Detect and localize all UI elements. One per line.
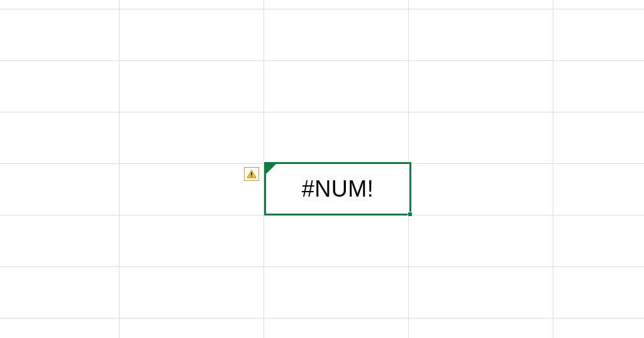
svg-rect-2 xyxy=(251,176,252,177)
cell[interactable] xyxy=(409,319,553,338)
cell[interactable] xyxy=(119,9,264,61)
cell[interactable] xyxy=(409,267,553,319)
cell[interactable] xyxy=(409,215,553,267)
cell[interactable] xyxy=(0,215,119,267)
cell[interactable] xyxy=(0,319,119,338)
cell[interactable] xyxy=(553,61,644,112)
cell[interactable] xyxy=(0,61,119,112)
cell[interactable] xyxy=(409,61,553,112)
cell[interactable] xyxy=(553,319,644,338)
cell[interactable] xyxy=(553,0,644,9)
cell[interactable] xyxy=(409,164,553,215)
cell[interactable] xyxy=(409,0,553,9)
fill-handle[interactable] xyxy=(408,212,413,217)
cell[interactable] xyxy=(0,164,119,215)
cell[interactable] xyxy=(409,112,553,164)
cell[interactable] xyxy=(553,9,644,61)
cell[interactable] xyxy=(553,267,644,319)
cell[interactable] xyxy=(0,9,119,61)
warning-icon xyxy=(247,170,257,178)
cell[interactable] xyxy=(553,112,644,164)
svg-rect-1 xyxy=(251,173,252,175)
cell[interactable] xyxy=(119,319,264,338)
cell[interactable] xyxy=(119,267,264,319)
cell[interactable] xyxy=(264,215,409,267)
cell[interactable] xyxy=(553,164,644,215)
cell-value: #NUM! xyxy=(302,176,374,202)
cell[interactable] xyxy=(553,215,644,267)
cell[interactable] xyxy=(0,0,119,9)
cell[interactable] xyxy=(0,267,119,319)
cell[interactable] xyxy=(119,61,264,112)
cell[interactable] xyxy=(119,215,264,267)
cell[interactable] xyxy=(264,267,409,319)
cell[interactable] xyxy=(264,61,409,112)
cell[interactable] xyxy=(119,164,264,215)
cell[interactable] xyxy=(264,112,409,164)
cell[interactable] xyxy=(409,9,553,61)
cell[interactable] xyxy=(0,112,119,164)
error-indicator-button[interactable] xyxy=(244,167,259,181)
cell[interactable] xyxy=(264,319,409,338)
cell[interactable] xyxy=(119,0,264,9)
selected-cell[interactable]: #NUM! xyxy=(264,162,411,215)
cell[interactable] xyxy=(119,112,264,164)
cell[interactable] xyxy=(264,0,409,9)
cell[interactable] xyxy=(264,9,409,61)
cell-error-marker-icon xyxy=(266,164,276,174)
